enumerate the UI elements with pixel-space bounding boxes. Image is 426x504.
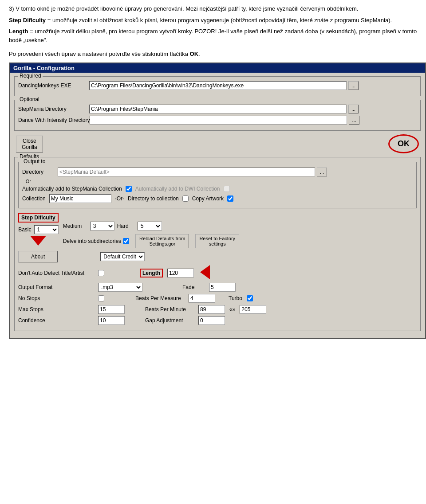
dont-auto-detect-label: Don't Auto Detect Title/Artist	[18, 270, 94, 276]
delve-subdirs-row: Delve into subdirectories	[63, 238, 129, 244]
max-stops-input[interactable]	[98, 305, 125, 314]
basic-dropdown[interactable]: 12345	[34, 225, 59, 234]
bpm-value2-input[interactable]	[240, 305, 266, 314]
para2-label: Step Dificulty	[9, 17, 46, 23]
default-credit-dropdown[interactable]: Default Credit	[100, 252, 145, 261]
gap-input[interactable]	[198, 316, 225, 325]
collection-label: Collection	[22, 195, 46, 202]
directory-input[interactable]	[58, 168, 315, 176]
beats-per-measure-label: Beats Per Measure	[135, 295, 184, 301]
dont-auto-detect-row: Don't Auto Detect Title/Artist Length	[18, 265, 417, 281]
stepmania-dir-label: StepMania Directory	[18, 106, 89, 112]
output-format-dropdown[interactable]: .mp3.wav	[98, 283, 142, 292]
auto-add-sm-label: Automatically add to StepMania Collectio…	[22, 186, 122, 192]
optional-group: Optional StepMania Directory ... Dance W…	[14, 100, 421, 131]
dancing-monkeys-row: DancingMonkeys EXE ...	[18, 81, 417, 90]
beats-per-measure-input[interactable]	[189, 294, 215, 303]
confidence-row: Confidence Gap Adjustment	[18, 316, 417, 325]
directory-label: Directory	[22, 169, 58, 175]
optional-label: Optional	[18, 96, 41, 102]
auto-add-dwi-checkbox[interactable]	[224, 186, 230, 192]
fade-label: Fade	[182, 284, 205, 290]
arrow-left-icon	[200, 265, 210, 279]
beats-per-minute-label: Beats Per Minute	[145, 306, 194, 313]
about-button[interactable]: About	[18, 251, 58, 262]
arrow-down-icon	[30, 236, 46, 246]
para3-eq: = umožňuje zvolit délku písně, pro ktero…	[9, 28, 417, 43]
auto-add-row: Automatically add to StepMania Collectio…	[22, 186, 413, 192]
hard-dropdown[interactable]: 12345	[138, 222, 162, 231]
para3: Length = umožňuje zvolit délku písně, pr…	[9, 27, 417, 44]
btn-row: Close Gorilla OK	[14, 134, 421, 153]
dont-auto-detect-checkbox[interactable]	[98, 270, 104, 276]
dancing-monkeys-label: DancingMonkeys EXE	[18, 82, 89, 89]
copy-artwork-label: Copy Artwork	[192, 195, 224, 202]
collection-row: Collection -Or- Directory to collection …	[22, 194, 413, 203]
reset-factory-button[interactable]: Reset to Factory settings	[195, 234, 239, 248]
output-format-row: Output Format .mp3.wav Fade	[18, 283, 417, 292]
fade-input[interactable]	[209, 283, 236, 292]
required-label: Required	[18, 73, 43, 79]
directory-browse[interactable]: ...	[317, 168, 327, 176]
length-input[interactable]	[167, 269, 194, 277]
directory-row: Directory ...	[22, 168, 413, 176]
intro-text: 3) V tomto okně je možné provádět libovo…	[9, 4, 417, 44]
auto-add-sm-checkbox[interactable]	[126, 186, 132, 192]
para3-label: Length	[9, 28, 28, 35]
confidence-input[interactable]	[98, 316, 125, 325]
dancing-monkeys-browse[interactable]: ...	[348, 81, 359, 90]
medium-dropdown[interactable]: 12345	[90, 222, 114, 231]
dance-intensity-input[interactable]	[90, 116, 347, 125]
max-stops-row: Max Stops Beats Per Minute «»	[18, 305, 417, 314]
no-stops-label: No Stops	[18, 295, 94, 301]
para1: 3) V tomto okně je možné provádět libovo…	[9, 4, 417, 13]
defaults-group: Defaults Output to Directory ... -Or- Au…	[14, 157, 421, 331]
length-label: Length	[140, 269, 163, 277]
ok-button[interactable]: OK	[388, 134, 419, 153]
copy-artwork-checkbox[interactable]	[227, 195, 233, 202]
output-to-group: Output to Directory ... -Or- Automatical…	[18, 162, 417, 208]
misc-row: Delve into subdirectories Reload Default…	[63, 234, 239, 248]
output-to-label: Output to	[22, 158, 47, 164]
dance-intensity-row: Dance With Intensity Directory ...	[18, 116, 417, 125]
step-difficulty-label: Step Dificulty	[18, 213, 59, 223]
collection-input[interactable]	[49, 194, 111, 203]
para2: Step Dificulty = umožňuje zvolit si obtí…	[9, 16, 417, 25]
medium-label: Medium	[63, 223, 87, 229]
dance-intensity-browse[interactable]: ...	[349, 116, 359, 125]
or-label-2: -Or-	[115, 195, 124, 202]
step-difficulty-section: Step Dificulty Basic 12345	[18, 211, 417, 248]
dialog-titlebar: Gorilla - Configuration	[10, 63, 425, 73]
no-stops-row: No Stops Beats Per Measure Turbo	[18, 294, 417, 303]
no-stops-checkbox[interactable]	[98, 295, 104, 301]
dialog-body: Required DancingMonkeys EXE ... Optional…	[10, 73, 425, 338]
dir-to-collection-checkbox[interactable]	[182, 195, 189, 202]
reload-defaults-button[interactable]: Reload Defaults from Settings.gor	[135, 234, 189, 248]
output-format-label: Output Format	[18, 284, 94, 290]
max-stops-label: Max Stops	[18, 306, 94, 313]
para2-eq: = umožňuje zvolit si obtížnost kroků k p…	[46, 17, 392, 23]
config-dialog: Gorilla - Configuration Required Dancing…	[9, 63, 426, 339]
beats-per-minute-input[interactable]	[198, 305, 225, 314]
bpm-separator: «»	[229, 306, 235, 313]
or-label-1: -Or-	[24, 179, 413, 184]
dialog-title: Gorilla - Configuration	[13, 65, 75, 71]
stepmania-dir-row: StepMania Directory ...	[18, 105, 417, 113]
confidence-label: Confidence	[18, 317, 94, 324]
hard-label: Hard	[117, 223, 135, 229]
close-gorilla-button[interactable]: Close Gorilla	[16, 136, 43, 152]
delve-subdirs-checkbox[interactable]	[123, 238, 129, 244]
required-group: Required DancingMonkeys EXE ...	[14, 76, 421, 96]
basic-label: Basic	[18, 227, 31, 233]
dir-to-collection-label: Directory to collection	[128, 195, 179, 202]
gap-adjustment-label: Gap Adjustment	[145, 317, 194, 324]
stepmania-dir-input[interactable]	[89, 105, 347, 113]
turbo-label: Turbo	[229, 295, 242, 301]
stepmania-dir-browse[interactable]: ...	[348, 105, 359, 113]
turbo-checkbox[interactable]	[247, 295, 253, 301]
about-credit-row: About Default Credit	[18, 251, 417, 262]
para4: Po provedení všech úprav a nastavení pot…	[9, 51, 417, 57]
delve-subdirs-label: Delve into subdirectories	[63, 238, 121, 244]
dance-intensity-label: Dance With Intensity Directory	[18, 117, 90, 123]
dancing-monkeys-input[interactable]	[89, 81, 347, 90]
